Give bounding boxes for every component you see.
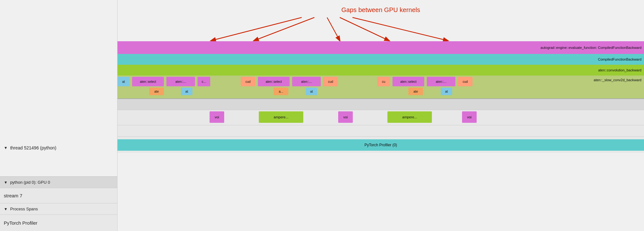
block-cu-1[interactable]: cu (377, 77, 390, 86)
block-aten-dot-2[interactable]: aten::... (292, 77, 321, 86)
blocks-container: aten::_slow_conv2d_backward at aten::sel… (117, 76, 644, 98)
sub-block-at-2[interactable]: at (306, 88, 317, 95)
sub-block-ate-2[interactable]: ate (408, 88, 423, 95)
slow-conv-label: aten::_slow_conv2d_backward (594, 78, 641, 82)
block-aten-dot-3[interactable]: aten::... (427, 77, 455, 86)
stream-blocks-container: voi ampere... voi ampere... voi (117, 110, 644, 125)
compiled-label: CompiledFunctionBackward (598, 57, 641, 61)
stream-voi-1[interactable]: voi (210, 111, 224, 123)
sidebar-stream-row: stream 7 (0, 188, 117, 203)
autograd-label: autograd::engine::evaluate_function: Com… (540, 46, 641, 50)
sub-block-ate-1[interactable]: ate (149, 88, 164, 95)
gpu-collapse-icon[interactable]: ▼ (4, 180, 8, 185)
profiler-label: PyTorch Profiler (4, 220, 37, 226)
stream-voi-3[interactable]: voi (462, 111, 477, 123)
stream-ampere-2[interactable]: ampere... (387, 111, 432, 123)
block-aten-dot-1[interactable]: aten::... (166, 77, 195, 86)
process-label: Process Spans (10, 207, 38, 211)
process-collapse-icon[interactable]: ▼ (4, 207, 8, 211)
profiler-bar[interactable]: PyTorch Profiler (0) (117, 139, 644, 151)
thread-bar-slow-conv: aten::_slow_conv2d_backward at aten::sel… (117, 76, 644, 98)
stream-label: stream 7 (4, 193, 22, 198)
sidebar-thread-row: ▼ thread 521496 (python) (0, 119, 117, 176)
profiler-section: PyTorch Profiler (0) (117, 136, 644, 153)
main-content: Gaps between GPU kernels autograd::engin… (117, 0, 644, 231)
annotation-area: Gaps between GPU kernels (117, 0, 644, 41)
svg-line-2 (327, 17, 340, 41)
thread-bar-autograd[interactable]: autograd::engine::evaluate_function: Com… (117, 41, 644, 54)
sidebar-gpu-row: ▼ python (pid 0): GPU 0 (0, 176, 117, 188)
process-section (117, 125, 644, 136)
sidebar-profiler-row: PyTorch Profiler (0, 214, 117, 231)
annotation-text: Gaps between GPU kernels (341, 6, 420, 14)
block-c-1[interactable]: c... (198, 77, 210, 86)
gpu-section (117, 98, 644, 110)
block-cud-2[interactable]: cud (323, 77, 338, 86)
stream-section: voi ampere... voi ampere... voi (117, 110, 644, 125)
block-cud-1[interactable]: cud (241, 77, 255, 86)
sidebar: ▼ thread 521496 (python) ▼ python (pid 0… (0, 0, 117, 231)
thread-label: thread 521496 (python) (10, 145, 57, 150)
profiler-bar-label: PyTorch Profiler (0) (365, 143, 397, 147)
stream-ampere-1[interactable]: ampere... (259, 111, 303, 123)
svg-line-3 (340, 17, 389, 41)
block-at-1[interactable]: at (117, 77, 130, 86)
sub-block-at-1[interactable]: at (181, 88, 192, 95)
sub-block-a-1[interactable]: a... (274, 88, 288, 95)
svg-line-1 (254, 17, 314, 41)
sidebar-process-row: ▼ Process Spans (0, 203, 117, 214)
block-aten-select-3[interactable]: aten::select (392, 77, 424, 86)
block-aten-select-2[interactable]: aten::select (258, 77, 290, 86)
block-cud-3[interactable]: cud (458, 77, 473, 86)
thread-bar-compiled[interactable]: CompiledFunctionBackward (117, 54, 644, 65)
sub-block-at-3[interactable]: at (441, 88, 452, 95)
stream-voi-2[interactable]: voi (338, 111, 353, 123)
thread-collapse-icon[interactable]: ▼ (4, 146, 8, 150)
svg-line-0 (211, 17, 302, 41)
block-aten-select-1[interactable]: aten::select (132, 77, 164, 86)
thread-bar-convolution[interactable]: aten::convolution_backward (117, 65, 644, 76)
svg-line-4 (352, 17, 448, 41)
thread-section: autograd::engine::evaluate_function: Com… (117, 41, 644, 98)
gpu-label: python (pid 0): GPU 0 (10, 180, 50, 185)
sidebar-top-spacer (0, 0, 117, 119)
convolution-label: aten::convolution_backward (598, 68, 641, 72)
